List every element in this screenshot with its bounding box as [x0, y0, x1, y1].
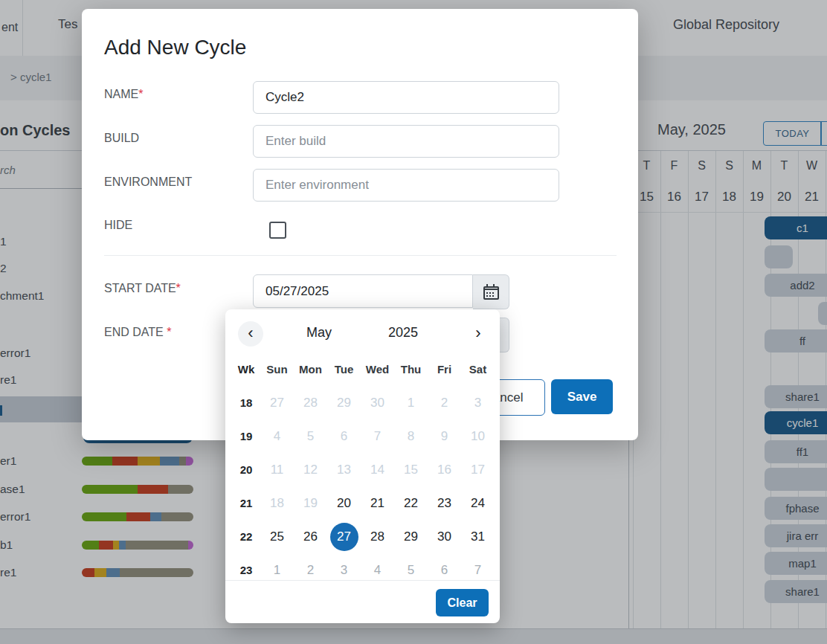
day-cell[interactable]: 2: [428, 386, 461, 419]
day-cell[interactable]: 1: [394, 386, 428, 419]
weekday-name: Sat: [461, 363, 495, 376]
day-cell[interactable]: 30: [428, 520, 461, 553]
day-cell[interactable]: 3: [327, 553, 361, 587]
gantt-bar-share1[interactable]: share1: [765, 580, 827, 603]
day-cell[interactable]: 7: [361, 419, 394, 453]
day-cell[interactable]: 19: [294, 486, 327, 520]
selected-day-circle: 27: [330, 523, 358, 551]
day-cell[interactable]: 30: [361, 386, 394, 419]
day-cell[interactable]: 22: [394, 486, 428, 520]
name-input[interactable]: [253, 81, 559, 114]
gantt-bar-fphase[interactable]: fphase: [765, 497, 827, 520]
day-cell[interactable]: 2: [294, 553, 327, 587]
today-button[interactable]: TODAY: [763, 121, 822, 146]
day-cell[interactable]: 16: [428, 453, 461, 486]
day-cell[interactable]: 27: [260, 386, 294, 419]
form-divider: [104, 255, 617, 256]
gantt-bar-map1[interactable]: map1: [765, 552, 827, 575]
environment-input[interactable]: [253, 169, 559, 202]
list-item[interactable]: re1: [0, 373, 16, 387]
list-item[interactable]: b1: [0, 538, 13, 552]
day-cell[interactable]: 13: [327, 453, 361, 486]
next-month-button[interactable]: ›: [467, 321, 489, 347]
gantt-bar-share1[interactable]: share1: [765, 385, 827, 408]
search-input-fragment[interactable]: rch: [0, 164, 16, 176]
gantt-bar-ff[interactable]: ff: [765, 329, 827, 352]
day-cell[interactable]: 29: [327, 386, 361, 419]
grid-column-line: [660, 151, 661, 628]
gantt-bar[interactable]: [765, 245, 793, 268]
list-item[interactable]: ase1: [0, 483, 25, 496]
day-cell[interactable]: 29: [394, 520, 428, 553]
month-select[interactable]: May: [289, 325, 349, 341]
day-cell[interactable]: 8: [394, 419, 428, 453]
progress-segment-red: [82, 568, 94, 577]
search-underline: [0, 188, 82, 189]
progress-segment-red: [99, 541, 114, 550]
calendar-view-button[interactable]: [820, 121, 827, 146]
list-item[interactable]: 2: [0, 262, 7, 275]
day-cell[interactable]: 24: [461, 486, 495, 520]
list-item[interactable]: re1: [0, 566, 16, 579]
day-cell[interactable]: 11: [260, 453, 294, 486]
previous-month-button[interactable]: ‹: [238, 321, 263, 347]
day-cell[interactable]: 18: [260, 486, 294, 520]
progress-segment-purple: [186, 457, 194, 466]
week-number: 23: [232, 564, 260, 576]
day-cell[interactable]: 1: [260, 553, 294, 587]
gantt-bar[interactable]: [818, 302, 827, 325]
dialog-title: Add New Cycle: [104, 36, 246, 59]
breadcrumb[interactable]: > cycle1: [10, 71, 51, 83]
day-cell[interactable]: 12: [294, 453, 327, 486]
start-date-picker-button[interactable]: [473, 274, 509, 309]
horizontal-scrollbar-track[interactable]: [0, 628, 827, 644]
clear-button[interactable]: Clear: [436, 589, 489, 616]
day-cell[interactable]: 5: [294, 419, 327, 453]
day-cell[interactable]: 4: [361, 553, 394, 587]
gantt-bar-ff1[interactable]: ff1: [765, 440, 827, 463]
day-cell[interactable]: 23: [428, 486, 461, 520]
day-cell[interactable]: 17: [461, 453, 495, 486]
progress-segment-gray: [161, 512, 194, 521]
day-cell[interactable]: 9: [428, 419, 461, 453]
gantt-bar-cycle1[interactable]: cycle1: [765, 411, 827, 434]
day-cell[interactable]: 25: [260, 520, 294, 553]
list-item[interactable]: error1: [0, 347, 30, 360]
year-select[interactable]: 2025: [373, 325, 433, 341]
hide-checkbox[interactable]: [269, 222, 286, 239]
global-repository-link[interactable]: Global Repository: [673, 17, 779, 33]
day-cell[interactable]: 21: [361, 486, 394, 520]
save-button[interactable]: Save: [551, 379, 613, 414]
day-cell[interactable]: 20: [327, 486, 361, 520]
day-cell[interactable]: 6: [327, 419, 361, 453]
cycle-progress-bar: [82, 568, 193, 577]
list-item[interactable]: er1: [0, 454, 16, 468]
start-date-input[interactable]: [253, 274, 473, 308]
list-item[interactable]: chment1: [0, 289, 44, 303]
gantt-bar-add2[interactable]: add2: [765, 274, 827, 297]
hide-label: HIDE: [104, 219, 132, 232]
build-input[interactable]: [253, 125, 559, 158]
day-cell[interactable]: 5: [394, 553, 428, 587]
day-number: 20: [770, 190, 798, 205]
day-cell[interactable]: 6: [428, 553, 461, 587]
day-cell[interactable]: 4: [260, 419, 294, 453]
day-cell[interactable]: 28: [361, 520, 394, 553]
day-cell[interactable]: 15: [394, 453, 428, 486]
day-cell-selected[interactable]: 27: [327, 520, 361, 553]
day-cell[interactable]: 28: [294, 386, 327, 419]
day-cell[interactable]: 7: [461, 553, 495, 587]
list-item[interactable]: error1: [0, 510, 30, 524]
header-tab-fragment[interactable]: Tes: [58, 17, 77, 32]
list-item[interactable]: 1: [0, 235, 7, 248]
day-cell[interactable]: 10: [461, 419, 495, 453]
gantt-bar[interactable]: [765, 468, 827, 491]
day-cell[interactable]: 31: [461, 520, 495, 553]
gantt-bar-c1[interactable]: c1: [765, 216, 827, 239]
cycles-heading-fragment: on Cycles: [0, 122, 70, 139]
day-letter: M: [743, 159, 770, 173]
gantt-bar-jira-err[interactable]: jira err: [765, 524, 827, 547]
day-cell[interactable]: 14: [361, 453, 394, 486]
day-cell[interactable]: 3: [461, 386, 495, 419]
day-cell[interactable]: 26: [294, 520, 327, 553]
